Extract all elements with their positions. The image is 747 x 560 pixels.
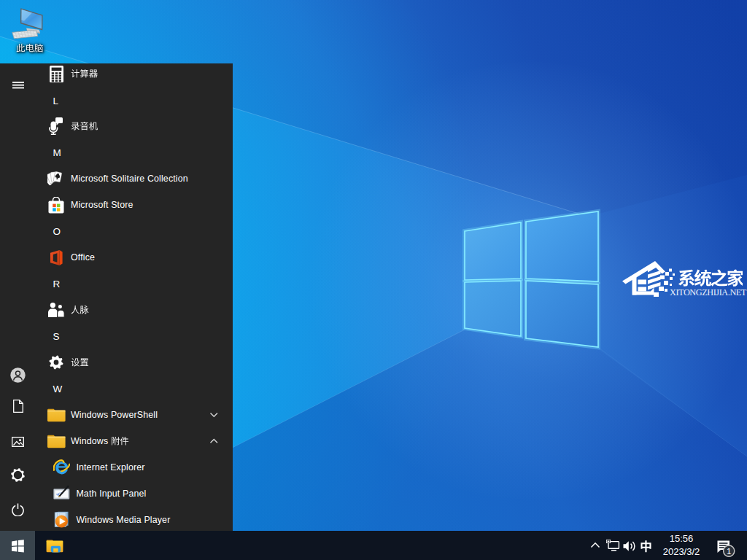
svg-text:1: 1 bbox=[727, 547, 731, 556]
